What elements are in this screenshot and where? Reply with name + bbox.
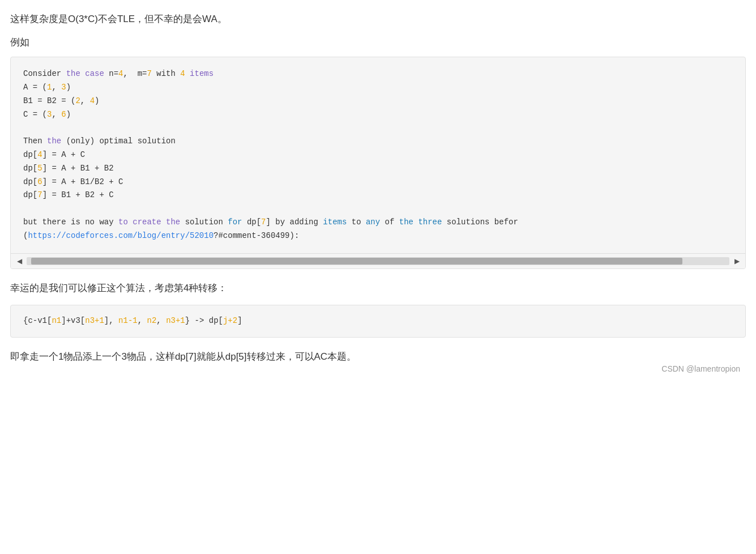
dp4-rest: ] = A + C <box>42 150 86 159</box>
dp6-plain: dp[ <box>23 177 37 186</box>
items-text: items <box>185 69 213 78</box>
m-value: 7 <box>147 69 151 78</box>
but-plain: but there is no way <box>23 218 118 227</box>
of-text: of <box>380 218 394 227</box>
example-header: 例如 <box>10 36 746 49</box>
fix-text: 幸运的是我们可以修正这个算法，考虑第4种转移： <box>10 280 746 296</box>
formula-comma1: , <box>138 316 147 325</box>
scroll-right-arrow[interactable]: ▶ <box>732 256 742 266</box>
code-pre-1: Consider the case n=4, m=7 with 4 items … <box>23 67 733 242</box>
c-assign: C = ( <box>23 110 47 119</box>
dp4-idx: 4 <box>37 150 42 159</box>
scroll-track[interactable] <box>27 257 729 265</box>
formula-close: } <box>185 316 190 325</box>
dp7-rest: ] = B1 + B2 + C <box>42 190 114 199</box>
n3p1-val: n3+1 <box>85 316 104 325</box>
three-keyword: three <box>413 218 442 227</box>
the-case-text: the case <box>66 69 104 78</box>
n1-val: n1 <box>52 316 61 325</box>
code-pre-2: {c-v1[n1]+v3[n3+1], n1-1, n2, n3+1} -> d… <box>23 314 733 328</box>
a-close: ) <box>66 83 71 92</box>
footer-row: 即拿走一个1物品添上一个3物品，这样dp[7]就能从dp[5]转移过来，可以AC… <box>10 349 746 373</box>
a-comma: , <box>52 83 61 92</box>
solutions-befor: solutions befor <box>442 218 518 227</box>
intro-text: 这样复杂度是O(3*C)不会TLE，但不幸的是会WA。 <box>10 11 746 27</box>
a-assign: A = ( <box>23 83 47 92</box>
n-eq: n= <box>104 69 118 78</box>
c-comma: , <box>52 110 61 119</box>
items-count: 4 <box>180 69 185 78</box>
formula-comma2: , <box>156 316 166 325</box>
with-text: with <box>152 69 180 78</box>
page-container: 这样复杂度是O(3*C)不会TLE，但不幸的是会WA。 例如 Consider … <box>10 11 746 373</box>
c-close: ) <box>66 110 71 119</box>
dp-open: dp[ <box>209 316 223 325</box>
dp4-plain: dp[ <box>23 150 37 159</box>
formula-mid1: ]+v3[ <box>61 316 85 325</box>
code-block-2: {c-v1[n1]+v3[n3+1], n1-1, n2, n3+1} -> d… <box>10 305 746 338</box>
n2-val: n2 <box>147 316 157 325</box>
cf-link[interactable]: https://codeforces.com/blog/entry/52010 <box>28 231 213 240</box>
link-close: ): <box>289 231 299 240</box>
dp5-plain: dp[ <box>23 164 37 173</box>
conclusion-text: 即拿走一个1物品添上一个3物品，这样dp[7]就能从dp[5]转移过来，可以AC… <box>10 349 356 364</box>
dp5-idx: 5 <box>37 164 42 173</box>
a-val2: 3 <box>61 83 66 92</box>
the-keyword2: the <box>394 218 413 227</box>
code-inner-1[interactable]: Consider the case n=4, m=7 with 4 items … <box>11 57 745 253</box>
arrow-text: -> <box>190 316 209 325</box>
dp7-idx: 7 <box>37 190 42 199</box>
items-keyword: items <box>323 218 347 227</box>
the-keyword: the <box>47 137 61 146</box>
scroll-left-arrow[interactable]: ◀ <box>14 256 24 266</box>
b-val2: 4 <box>90 96 95 105</box>
for-keyword: for <box>228 218 242 227</box>
scrollbar-row: ◀ ▶ <box>11 253 745 269</box>
consider-plain: Consider <box>23 69 66 78</box>
dp6-idx: 6 <box>37 177 42 186</box>
solution-for: solution <box>180 218 228 227</box>
n3p1b-val: n3+1 <box>166 316 185 325</box>
then-plain: Then <box>23 137 47 146</box>
any-keyword: any <box>361 218 381 227</box>
only-optimal: (only) optimal solution <box>61 137 176 146</box>
formula-braces: {c-v1[ <box>23 316 52 325</box>
formula-mid2: ], <box>104 316 118 325</box>
scroll-thumb <box>31 258 682 265</box>
b-assign: B1 = B2 = ( <box>23 96 75 105</box>
b-close: ) <box>95 96 99 105</box>
c-val2: 6 <box>61 110 66 119</box>
dp-close: ] <box>237 316 242 325</box>
link-anchor: ?#comment-360499 <box>213 231 289 240</box>
dp5-rest: ] = A + B1 + B2 <box>42 164 114 173</box>
dp7-ref-plain: dp[ <box>242 218 261 227</box>
n1m1-val: n1-1 <box>118 316 138 325</box>
to-any: to <box>347 218 361 227</box>
b-comma: , <box>80 96 90 105</box>
jp2-val: j+2 <box>223 316 237 325</box>
dp7-plain: dp[ <box>23 190 37 199</box>
to-create-the: to create the <box>118 218 180 227</box>
dp7-ref-idx: 7 <box>261 218 266 227</box>
m-eq: , m= <box>123 69 147 78</box>
code-block-1: Consider the case n=4, m=7 with 4 items … <box>10 57 746 269</box>
dp7-ref-by: ] by adding <box>266 218 323 227</box>
dp6-rest: ] = A + B1/B2 + C <box>42 177 123 186</box>
b-val1: 2 <box>75 96 80 105</box>
csdn-attribution: CSDN @lamentropion <box>661 364 746 373</box>
